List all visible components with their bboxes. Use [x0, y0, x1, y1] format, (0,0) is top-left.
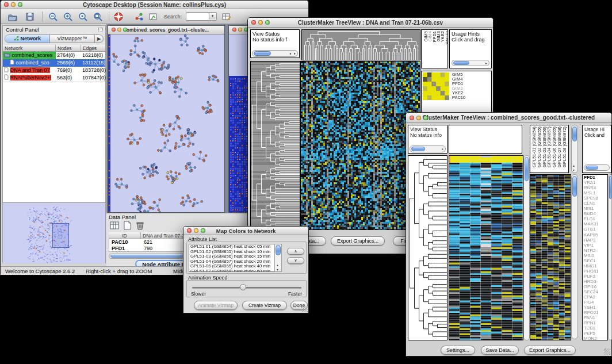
zoom-out-icon[interactable] [48, 12, 58, 22]
gene-label[interactable]: RPO21 [583, 310, 607, 315]
row-dendrogram-canvas[interactable] [408, 155, 447, 340]
gene-label[interactable]: PHO81 [583, 269, 607, 274]
tab-vizmapper[interactable]: VizMapper™ [50, 35, 95, 43]
gene-label[interactable]: NTR2 [583, 248, 607, 253]
gene-label[interactable]: RPN1 [583, 320, 607, 325]
attribute-table-icon[interactable] [110, 221, 120, 231]
minimize-button[interactable] [238, 28, 242, 32]
move-down-button[interactable]: ∨ [287, 257, 304, 264]
cytoscape-titlebar[interactable]: Cytoscape Desktop (Session Name: collins… [1, 1, 308, 9]
zoom-button[interactable] [123, 28, 127, 32]
search-input[interactable]: ▼ [186, 12, 217, 21]
zoom-column-label[interactable]: PAC10 [445, 31, 449, 44]
tab-overflow-arrow[interactable]: ▶ [95, 35, 103, 43]
float-panel-icon[interactable] [98, 28, 103, 32]
export-graphics-button[interactable]: Export Graphics... [524, 346, 576, 355]
new-attribute-icon[interactable] [123, 221, 132, 231]
speed-slider-thumb[interactable] [240, 284, 246, 290]
scroll-down-arrow[interactable]: ▾ [573, 168, 575, 172]
resize-grip[interactable] [604, 348, 610, 355]
network-row[interactable]: DNA and Tran 07 769(0) 183728(0) [3, 67, 105, 74]
labels-vscrollbar[interactable]: ▴ ▾ [571, 125, 578, 173]
scrollbar-thumb[interactable] [254, 51, 271, 56]
inner-titlebar[interactable]: combined_scores_good.txt--cluste... [108, 26, 224, 35]
column-label[interactable]: GPL51-01 (GSM854) [531, 127, 537, 167]
scrollbar-thumb[interactable] [572, 127, 577, 141]
gene-list-vscrollbar[interactable] [609, 174, 612, 340]
network-row[interactable]: RNAPuberNov2+! 563(0) 107847(0) [3, 74, 105, 82]
view-status-hscrollbar[interactable]: ◂ ▸ [252, 50, 298, 57]
zoom-button[interactable] [18, 2, 22, 7]
delete-attribute-icon[interactable] [135, 221, 145, 231]
column-dendrogram-canvas[interactable] [301, 29, 420, 60]
speed-slider-track[interactable] [192, 287, 301, 289]
network-row[interactable]: combined_scores 2764(0) 16218(0) [3, 52, 105, 59]
scroll-right-arrow[interactable]: ▸ [485, 61, 487, 65]
scrollbar-thumb[interactable] [586, 166, 598, 170]
gene-label[interactable]: MSL1 [583, 190, 607, 196]
gene-label[interactable]: YRA1 [583, 180, 607, 185]
scrollbar-thumb[interactable] [453, 61, 469, 65]
gene-label[interactable]: PAN1 [583, 315, 607, 320]
column-header[interactable]: Network [3, 45, 56, 52]
animate-vizmap-button[interactable]: Animate Vizmap [194, 301, 238, 310]
gene-label[interactable]: SEC24 [583, 289, 607, 294]
network-row-selected[interactable]: combined_sco 2569(6) 13112(15) [3, 59, 105, 67]
gene-label[interactable]: VIP1 [583, 243, 607, 248]
move-up-button[interactable]: ∧ [287, 248, 304, 255]
gene-label[interactable]: MSI1 [583, 253, 607, 258]
gene-label[interactable]: HRD3 [583, 279, 607, 284]
attribute-list-item[interactable]: GPL51-07 (GSM868) heat shock 60 min [189, 269, 281, 272]
gene-label[interactable]: GPI16 [583, 284, 607, 289]
gene-label[interactable]: YSH1 [583, 305, 607, 310]
close-button[interactable] [4, 2, 9, 7]
resize-grip[interactable] [301, 306, 308, 312]
minimize-button[interactable] [194, 228, 198, 233]
row-dendrogram-canvas[interactable] [250, 61, 300, 230]
gene-label[interactable]: KAP95 [583, 232, 607, 237]
annotation-icon[interactable] [148, 12, 158, 22]
gene-label[interactable]: RNR4 [583, 185, 607, 190]
column-header[interactable]: Nodes [56, 45, 81, 52]
gene-label[interactable]: PUF3 [583, 274, 607, 279]
settings-button[interactable]: Settings... [441, 346, 475, 355]
column-header[interactable]: ID [109, 232, 141, 239]
minimize-button[interactable] [117, 28, 121, 32]
network-view-canvas[interactable] [108, 35, 224, 212]
gene-label[interactable]: MAK31 [583, 221, 607, 227]
minimize-button[interactable] [416, 116, 421, 120]
scrollbar-thumb[interactable] [572, 176, 577, 197]
scrollbar-thumb[interactable] [276, 245, 281, 255]
gene-label[interactable]: CPA2 [583, 294, 607, 300]
column-label[interactable]: GPL51-07 (GSM868) [557, 127, 562, 167]
column-label[interactable]: GPL51-08 (GSM872) [562, 127, 567, 167]
zoom-fit-icon[interactable] [93, 12, 103, 22]
gene-label[interactable]: PEP5 [583, 331, 607, 336]
scroll-right-arrow[interactable]: ▸ [442, 147, 443, 151]
view-status-hscrollbar[interactable]: ▸ [410, 145, 446, 152]
scroll-right-arrow[interactable]: ▸ [294, 51, 296, 55]
gene-label[interactable]: GTB1 [583, 227, 607, 232]
close-button[interactable] [112, 28, 116, 32]
zoom-row-label[interactable]: PAC10 [452, 95, 465, 100]
gene-label[interactable]: ELG1 [583, 216, 607, 221]
attribute-list-vscrollbar[interactable]: ▴ ▾ [274, 244, 282, 272]
zoom-button[interactable] [423, 116, 428, 120]
zoom-button[interactable] [265, 20, 270, 25]
gene-label[interactable]: TCB3 [583, 325, 607, 331]
scroll-up-arrow[interactable]: ▴ [573, 163, 575, 167]
network-overview-canvas[interactable] [3, 202, 105, 263]
table-edit-icon[interactable] [221, 12, 232, 22]
scrollbar-thumb[interactable] [525, 157, 529, 181]
search-dropdown-arrow[interactable]: ▼ [209, 13, 216, 20]
create-vizmap-button[interactable]: Create Vizmap [242, 301, 287, 310]
tab-network[interactable]: Network [5, 35, 50, 43]
gene-label[interactable]: CLN1 [583, 201, 607, 206]
heatmap-vscrollbar[interactable] [523, 155, 530, 340]
gene-label[interactable]: NIS1 [583, 206, 607, 211]
network-view-icon[interactable] [134, 12, 144, 22]
scroll-up-arrow[interactable]: ▴ [277, 263, 278, 267]
column-tree-area[interactable] [449, 125, 522, 154]
dialog-titlebar[interactable]: Map Colors to Network [183, 227, 308, 235]
help-lifering-icon[interactable] [113, 12, 124, 22]
